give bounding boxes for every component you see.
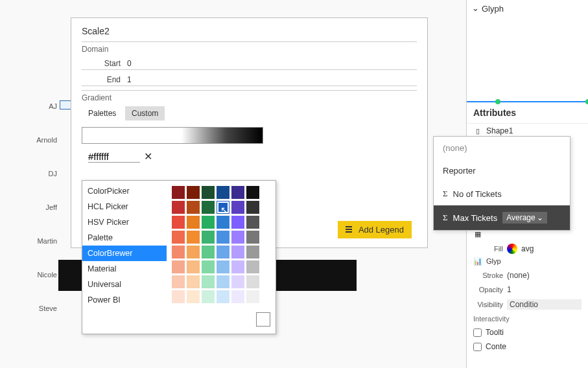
axis-label: Steve	[31, 305, 57, 312]
color-swatch[interactable]	[231, 201, 244, 214]
color-swatch[interactable]	[217, 216, 229, 229]
glyph-panel-header[interactable]: Glyph	[467, 0, 588, 17]
tab-custom[interactable]: Custom	[125, 106, 165, 121]
color-swatch[interactable]	[231, 246, 244, 259]
color-swatch[interactable]	[246, 260, 259, 273]
opacity-value[interactable]: 1	[507, 285, 582, 294]
color-swatch[interactable]	[246, 246, 259, 259]
color-swatch[interactable]	[172, 231, 185, 244]
add-legend-button[interactable]: Add Legend	[338, 221, 412, 238]
color-swatch[interactable]	[187, 290, 200, 303]
color-swatch[interactable]	[246, 231, 259, 244]
color-swatch[interactable]	[246, 275, 259, 288]
color-swatch[interactable]	[231, 290, 244, 303]
no-color-swatch[interactable]	[256, 312, 270, 327]
color-swatch[interactable]	[246, 201, 259, 214]
color-swatch[interactable]	[217, 231, 229, 244]
color-swatch[interactable]	[217, 275, 229, 288]
color-swatch[interactable]	[187, 186, 200, 199]
axis-label: Nicole	[31, 271, 57, 279]
color-swatch[interactable]	[202, 290, 215, 303]
aggregate-label: Average	[506, 213, 535, 222]
gradient-section-label: Gradient	[82, 90, 417, 102]
color-swatch[interactable]: ↖	[217, 201, 229, 214]
color-swatch[interactable]	[202, 246, 215, 259]
color-swatch[interactable]	[202, 275, 215, 288]
color-swatch[interactable]	[202, 231, 215, 244]
color-swatch[interactable]	[172, 275, 185, 288]
picker-item-powerbi[interactable]: Power BI	[82, 292, 167, 308]
color-swatch[interactable]	[246, 186, 259, 199]
clear-icon[interactable]: ✕	[144, 150, 152, 163]
picker-item-universal[interactable]: Universal	[82, 277, 167, 292]
color-swatch[interactable]	[202, 201, 215, 214]
color-swatch[interactable]	[187, 216, 200, 229]
color-swatch[interactable]	[172, 201, 185, 214]
picker-item-material[interactable]: Material	[82, 261, 167, 277]
color-swatch[interactable]	[172, 216, 185, 229]
color-swatch[interactable]	[231, 216, 244, 229]
color-swatch[interactable]	[187, 260, 200, 273]
color-swatch[interactable]	[246, 290, 259, 303]
resize-handle[interactable]	[495, 99, 500, 104]
visibility-value[interactable]: Conditio	[507, 299, 582, 310]
aggregate-chip[interactable]: Average ⌄	[502, 212, 547, 224]
color-swatch[interactable]	[202, 186, 215, 199]
tooltip-checkbox[interactable]	[473, 328, 482, 337]
end-value[interactable]: 1	[127, 75, 132, 84]
ctx-none[interactable]: (none)	[434, 137, 570, 159]
start-label: Start	[82, 59, 121, 68]
color-swatch[interactable]	[187, 201, 200, 214]
color-picker-dropdown: ColorPicker HCL Picker HSV Picker Palett…	[82, 180, 276, 334]
picker-item-colorpicker[interactable]: ColorPicker	[82, 183, 167, 199]
start-value[interactable]: 0	[127, 59, 132, 68]
tab-palettes[interactable]: Palettes	[82, 106, 123, 121]
axis-label: AJ	[31, 102, 57, 110]
color-swatch[interactable]	[246, 216, 259, 229]
color-swatch[interactable]	[172, 290, 185, 303]
dialog-title: Scale2	[82, 26, 417, 36]
ctx-max-tickets[interactable]: Σ Max Tickets Average ⌄	[434, 205, 570, 230]
color-swatch[interactable]	[187, 275, 200, 288]
color-swatch[interactable]	[187, 231, 200, 244]
color-swatch[interactable]	[217, 186, 229, 199]
color-swatch[interactable]	[172, 260, 185, 273]
stroke-value[interactable]: (none)	[507, 271, 582, 280]
axis-label: Arnold	[31, 136, 57, 144]
swatch-grid: ↖	[167, 181, 276, 334]
picker-item-palette[interactable]: Palette	[82, 230, 167, 246]
opacity-label: Opacity	[473, 286, 503, 293]
picker-item-hsv[interactable]: HSV Picker	[82, 214, 167, 230]
color-swatch[interactable]	[231, 186, 244, 199]
context-checkbox[interactable]	[473, 343, 482, 351]
glyph-mini-icon[interactable]: 📊	[473, 257, 482, 266]
picker-item-hcl[interactable]: HCL Picker	[82, 199, 167, 214]
picker-item-colorbrewer[interactable]: ColorBrewer	[82, 246, 167, 261]
resize-handle[interactable]	[585, 99, 588, 104]
hex-input[interactable]	[88, 151, 140, 163]
color-swatch[interactable]	[202, 216, 215, 229]
color-swatch[interactable]	[217, 246, 229, 259]
glyph-mini-label: Glyp	[486, 257, 501, 265]
color-swatch[interactable]	[172, 246, 185, 259]
fill-value: avg	[521, 244, 534, 253]
color-swatch[interactable]	[202, 260, 215, 273]
color-swatch[interactable]	[231, 275, 244, 288]
chevron-down-icon: ⌄	[537, 213, 543, 222]
ctx-reporter[interactable]: Reporter	[434, 159, 570, 182]
color-swatch[interactable]	[187, 246, 200, 259]
axis-label: Martin	[31, 237, 57, 245]
color-swatch[interactable]	[231, 231, 244, 244]
color-swatch[interactable]	[172, 186, 185, 199]
grid-icon[interactable]: ▦	[473, 229, 482, 238]
domain-section-label: Domain	[82, 41, 417, 54]
ctx-no-of-tickets[interactable]: Σ No of Tickets	[434, 182, 570, 205]
color-swatch[interactable]	[217, 290, 229, 303]
shape-name: Shape1	[486, 126, 513, 135]
color-swatch[interactable]	[231, 260, 244, 273]
axis-label: Jeff	[31, 203, 57, 211]
color-swatch[interactable]	[217, 260, 229, 273]
gradient-preview[interactable]	[82, 127, 263, 144]
palette-icon[interactable]	[507, 244, 517, 254]
sigma-icon: Σ	[443, 189, 448, 199]
